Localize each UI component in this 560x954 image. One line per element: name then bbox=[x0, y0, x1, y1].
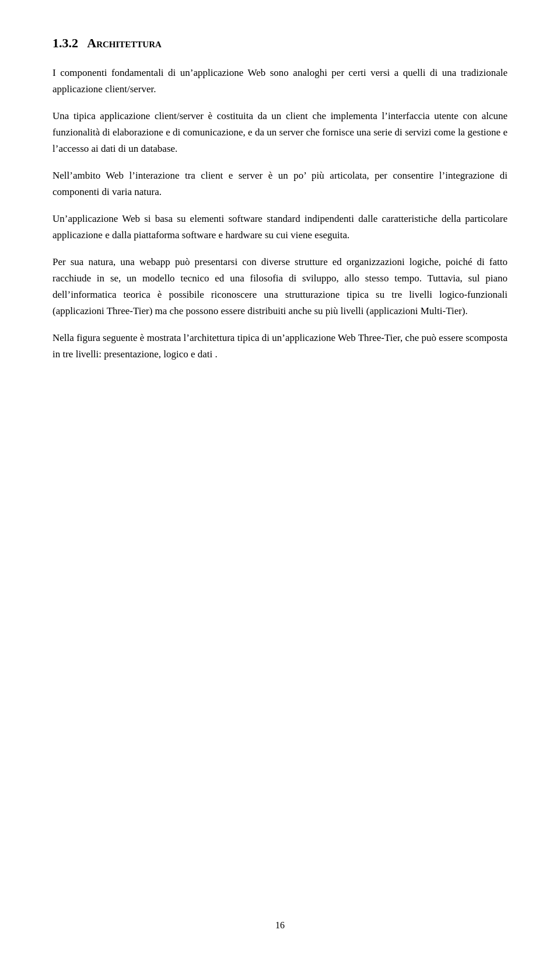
paragraph-6: Nella figura seguente è mostrata l’archi… bbox=[52, 330, 508, 363]
paragraph-5: Per sua natura, una webapp può presentar… bbox=[52, 254, 508, 319]
paragraph-2: Una tipica applicazione client/server è … bbox=[52, 108, 508, 157]
section-number: 1.3.2 bbox=[52, 36, 78, 50]
paragraph-3: Nell’ambito Web l’interazione tra client… bbox=[52, 168, 508, 200]
section-title: 1.3.2 Architettura bbox=[52, 35, 508, 52]
page: 1.3.2 Architettura I componenti fondamen… bbox=[0, 0, 560, 954]
paragraph-4: Un’applicazione Web si basa su elementi … bbox=[52, 211, 508, 243]
paragraph-1: I componenti fondamentali di un’applicaz… bbox=[52, 65, 508, 98]
page-number: 16 bbox=[275, 920, 285, 931]
section-title-text: Architettura bbox=[87, 36, 162, 50]
